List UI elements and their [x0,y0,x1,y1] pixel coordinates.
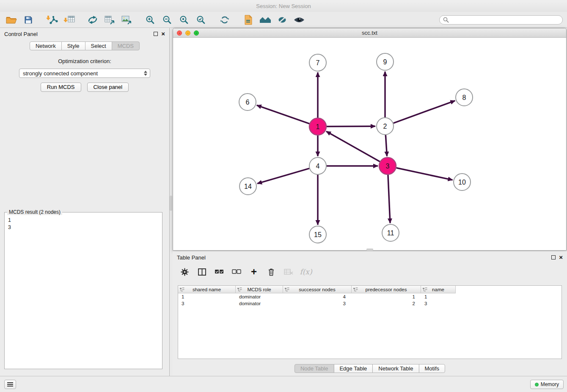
search-box[interactable] [439,15,563,25]
edge-1-2[interactable] [327,126,375,127]
node-2[interactable]: 2 [377,118,394,135]
tab-motifs[interactable]: Motifs [418,364,445,373]
control-panel: Control Panel × NetworkStyleSelectMCDS O… [0,28,170,376]
trash-icon [268,268,275,276]
save-session-button[interactable] [21,13,36,27]
optimization-criterion-select[interactable]: strongly connected component [19,69,150,78]
deselect-all-rows-button[interactable] [231,266,242,277]
close-icon[interactable]: × [161,31,165,36]
edge-2-3[interactable] [385,135,387,156]
float-window-icon[interactable] [154,32,158,36]
node-11[interactable]: 11 [382,224,399,241]
node-15[interactable]: 15 [309,226,326,243]
svg-text:8: 8 [462,94,466,101]
tab-mcds[interactable]: MCDS [112,41,140,50]
select-all-rows-button[interactable] [214,266,224,277]
eye-icon [294,17,305,23]
memory-button[interactable]: Memory [530,380,564,389]
edge-4-14[interactable] [257,168,309,184]
table-cell: 1 [178,294,236,299]
node-9[interactable]: 9 [377,53,394,70]
node-4[interactable]: 4 [309,157,326,174]
edge-2-8[interactable] [394,101,455,123]
apply-layout-button[interactable] [217,13,232,27]
window-titlebar: Session: New Session [0,0,567,12]
edge-3-10[interactable] [396,168,453,180]
checked-boxes-icon [215,269,224,274]
column-header-successor-nodes[interactable]: successor nodes [283,286,352,293]
show-graphics-details-button[interactable] [292,13,306,27]
column-header-name[interactable]: name [421,286,456,293]
column-header-shared-name[interactable]: shared name [178,286,236,293]
close-icon[interactable]: × [559,255,563,260]
home-button[interactable] [258,13,272,27]
column-header-predecessor-nodes[interactable]: predecessor nodes [352,286,421,293]
columns-icon [198,268,206,276]
node-6[interactable]: 6 [239,94,256,110]
table-row[interactable]: 1dominator411 [178,293,561,300]
export-table-button[interactable] [102,13,117,27]
table-panel: Table Panel × [173,251,567,376]
node-7[interactable]: 7 [309,54,326,71]
status-bar: Memory [0,376,567,392]
function-icon: f(x) [300,268,312,276]
zoom-out-button[interactable] [160,13,174,27]
tab-edge-table[interactable]: Edge Table [333,364,373,373]
table-cell: dominator [236,294,283,299]
node-10[interactable]: 10 [454,174,471,190]
node-1[interactable]: 1 [309,118,326,135]
selected-option-label: strongly connected component [23,70,98,77]
edge-3-1[interactable] [326,131,380,161]
zoom-in-button[interactable] [143,13,157,27]
table-cell: 1 [352,294,421,299]
export-image-button[interactable] [119,13,134,27]
edge-3-11[interactable] [388,175,390,223]
import-network-button[interactable] [45,13,59,27]
table-row[interactable]: 3dominator323 [178,300,561,307]
tab-style[interactable]: Style [61,41,85,50]
import-table-button[interactable] [62,13,76,27]
annotations-button[interactable] [241,13,256,27]
zoom-selected-button[interactable] [194,13,208,27]
open-session-button[interactable] [4,13,19,27]
network-canvas[interactable]: 7968124314101511 [173,38,566,250]
column-header-mcds-role[interactable]: MCDS role [236,286,283,293]
search-input[interactable] [451,17,559,23]
node-3[interactable]: 3 [379,157,396,174]
plus-icon: + [251,267,257,276]
network-window-titlebar[interactable]: × − + scc.txt [173,28,566,38]
add-column-button[interactable]: + [249,266,259,277]
style-slash-icon [278,16,287,24]
mcds-result-box[interactable]: MCDS result (2 nodes) 1 3 [4,209,162,369]
delete-column-button[interactable] [266,266,276,277]
show-columns-button[interactable] [197,266,207,277]
style-filter-button[interactable] [275,13,289,27]
tab-network[interactable]: Network [30,41,62,50]
zoom-selected-icon [196,15,206,25]
memory-status-dot [535,383,539,386]
close-panel-button[interactable]: Close panel [87,83,129,92]
zoom-fit-button[interactable] [177,13,191,27]
import-table-icon [63,15,75,25]
node-14[interactable]: 14 [239,178,256,195]
panel-list-button[interactable] [4,380,16,389]
tab-node-table[interactable]: Node Table [295,364,334,373]
panel-resize-grip[interactable] [170,196,172,211]
node-8[interactable]: 8 [456,89,473,106]
table-panel-header: Table Panel × [173,251,567,263]
export-network-button[interactable] [85,13,100,27]
column-settings-button[interactable] [179,266,190,277]
node-table[interactable]: shared nameMCDS rolesuccessor nodesprede… [178,285,562,359]
tab-network-table[interactable]: Network Table [372,364,419,373]
sort-hierarchy-icon [180,287,184,293]
list-icon [7,382,13,386]
window-resize-grip[interactable] [366,248,373,251]
float-window-icon[interactable] [551,255,556,259]
run-mcds-button[interactable]: Run MCDS [41,83,81,92]
column-label: successor nodes [299,287,335,292]
tab-select[interactable]: Select [85,41,112,50]
column-label: MCDS role [247,287,271,292]
delete-table-icon [284,269,293,275]
edge-1-6[interactable] [257,105,309,124]
svg-text:7: 7 [316,59,320,66]
